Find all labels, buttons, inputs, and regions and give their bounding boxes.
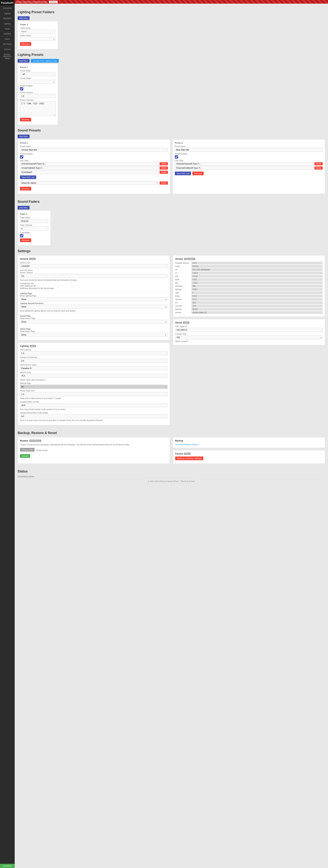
add-folder-button[interactable]: Add New — [18, 16, 30, 20]
version-label-8: lightng2 — [175, 288, 190, 290]
device-lock-label: Device Lock — [20, 262, 167, 264]
restore-title: Restore from Backup — [20, 439, 167, 442]
version-label-14: electron — [175, 308, 190, 310]
osc-target-input[interactable] — [175, 328, 323, 332]
sp2-enabled-checkbox[interactable] — [175, 155, 178, 159]
sidebar-item-backup[interactable]: Backup, Restore & Reset — [0, 52, 15, 61]
version-value-11: 4.3.1 — [191, 298, 323, 301]
parent-folder-select[interactable] — [20, 37, 56, 41]
preset-enabled-checkbox[interactable] — [20, 87, 23, 90]
folder-name-label: Folder Name — [20, 27, 56, 29]
sidebar-item-settings[interactable]: SETTINGS — [0, 42, 15, 47]
sampler-effect-input[interactable] — [20, 414, 167, 418]
show-lighting-select[interactable]: Show — [20, 297, 167, 301]
preset-universe-input[interactable] — [20, 94, 56, 98]
sp1-osc-input-3[interactable] — [20, 170, 159, 174]
first-universe-input[interactable] — [20, 351, 167, 355]
preset-universe-label: Preset Universe — [20, 92, 56, 94]
reload-button[interactable]: Reload — [49, 1, 58, 3]
add-preset-button[interactable]: Add New — [18, 59, 30, 63]
console-type-select[interactable]: X32 — [175, 335, 323, 339]
preset-folder-select[interactable] — [20, 80, 56, 84]
remove-folder-button[interactable]: Remove — [20, 42, 31, 46]
version-label-5: build — [175, 279, 190, 281]
folder-card: Folder 1 Folder Name Parent Folder Remov… — [18, 21, 58, 49]
sp2-new-osc-button[interactable]: New OSC call — [175, 172, 191, 175]
sp1-osc-input-1[interactable] — [20, 162, 159, 165]
sound-preset-1-title: Preset 1 — [20, 142, 168, 144]
preset-fade-input[interactable] — [20, 392, 167, 396]
sp1-osc-delete-3[interactable]: Delete — [160, 171, 168, 174]
sacn-priority-input[interactable] — [20, 374, 167, 378]
sp2-osc-delete-1[interactable]: Delete — [315, 162, 323, 165]
upload-button[interactable]: Upload — [20, 454, 30, 458]
add-sound-preset-button[interactable]: Add New — [18, 134, 30, 138]
version-row-15: chrome chrome stable 10 — [175, 311, 323, 314]
show-sound-select[interactable]: Show — [20, 320, 167, 324]
remove-preset-button[interactable]: Remove — [20, 118, 31, 121]
fader-controllable-checkbox[interactable] — [20, 234, 23, 237]
folder-name-input[interactable] — [20, 29, 56, 33]
device-timeout-hint: How soon should the device by blanked af… — [20, 279, 167, 281]
device-timeout-input[interactable] — [20, 274, 167, 278]
version-value-13: 14.0 — [191, 305, 323, 307]
fader-name-input[interactable] — [20, 219, 48, 223]
fader-channel-input[interactable] — [20, 226, 48, 230]
sidebar-item-presets[interactable]: PRESETS — [0, 16, 15, 21]
sidebar-item-faders[interactable]: FADERS — [0, 31, 15, 37]
choose-file-button[interactable]: Choose File — [20, 448, 34, 452]
sp1-osc-row-2: Delete — [20, 166, 168, 170]
sp1-remove-button[interactable]: Remove — [20, 187, 31, 190]
preset-channels-textarea[interactable]: {'1':100,'512':255} — [20, 101, 56, 116]
sidebar-item-folders[interactable]: FOLDERS — [0, 6, 15, 11]
sp1-new-osc-button[interactable]: New OSC call — [20, 176, 36, 179]
sp1-osc-delete-2[interactable]: Delete — [160, 166, 168, 169]
version-label-15: chrome — [175, 311, 190, 313]
sp2-osc-delete-2[interactable]: Delete — [315, 166, 323, 169]
version-label-9: napi — [175, 292, 190, 294]
sample-lighting-button[interactable]: Sample from Lighting Desk — [31, 59, 59, 63]
sp2-osc-input-1[interactable] — [175, 162, 314, 165]
sp1-osc-input-2[interactable] — [20, 166, 159, 170]
sp1-osc-delete-1[interactable]: Delete — [160, 162, 168, 165]
num-universes-input[interactable] — [20, 359, 167, 363]
sound-preset-1-card: Preset 1 Preset Name Preset Enabled OSC … — [18, 140, 170, 194]
preset-name-input[interactable] — [20, 72, 56, 76]
version-row-12: lco 10.1 — [175, 301, 323, 304]
factory-title: Factory Reset — [175, 453, 323, 455]
sidebar-item-lighting[interactable]: Lighting — [0, 11, 15, 16]
sp1-enabled-checkbox[interactable] — [20, 155, 23, 159]
preset-name-label: Preset Name — [20, 70, 56, 72]
show-admin-select[interactable]: Show — [20, 333, 167, 337]
factory-reset-button[interactable]: Restore to Factory Settings — [175, 457, 203, 460]
sampler-effect-label: Sampler Mode effect mode enable — [20, 412, 167, 414]
download-backup-link[interactable]: Download Database Backup — [175, 443, 323, 445]
add-fader-button[interactable]: Add New — [18, 206, 30, 210]
top-bar: Reload required to propagate changes Rel… — [15, 0, 328, 4]
sidebar-item-lighting2[interactable]: Lighting — [0, 21, 15, 26]
preset-fade-label: Preset Fade Time — [20, 390, 167, 392]
sampler-mode-input[interactable] — [20, 403, 167, 407]
remove-fader-button[interactable]: Remove — [20, 239, 31, 242]
sp2-remove-button[interactable]: Remove — [192, 172, 203, 175]
show-special-select[interactable]: Show — [20, 305, 167, 309]
version-value-9: 9 — [191, 291, 323, 294]
sidebar-item-sound[interactable]: Sound — [0, 26, 15, 31]
sp2-name-input[interactable] — [175, 148, 323, 152]
lighting-badge: setup — [30, 345, 36, 347]
refresh-rate-input[interactable] — [20, 385, 167, 389]
sidebar-item-general[interactable]: General — [0, 47, 15, 52]
lighting-presets-title: Lighting Presets — [18, 53, 325, 57]
version-row-7: mickelay 405 — [175, 285, 323, 287]
device-lock-input[interactable] — [20, 264, 167, 268]
sidebar-item-sound2[interactable]: Sound — [0, 37, 15, 42]
sp2-osc-input-2[interactable] — [175, 166, 314, 170]
sp1-select-delete[interactable]: Delete — [160, 182, 168, 185]
version-row-10: bingy 9.6.8 — [175, 294, 323, 298]
sacn-source-input[interactable] — [20, 366, 167, 370]
footer: © 2021 Jules Cherry & James Stroud Theme… — [18, 478, 325, 485]
sp1-option-select[interactable]: Select An Option — [20, 181, 159, 185]
version-value-8: 3.48.7 — [191, 288, 323, 291]
sidebar: ParadisePi FOLDERS Lighting PRESETS Ligh… — [0, 0, 15, 868]
sp1-name-input[interactable] — [20, 148, 168, 152]
